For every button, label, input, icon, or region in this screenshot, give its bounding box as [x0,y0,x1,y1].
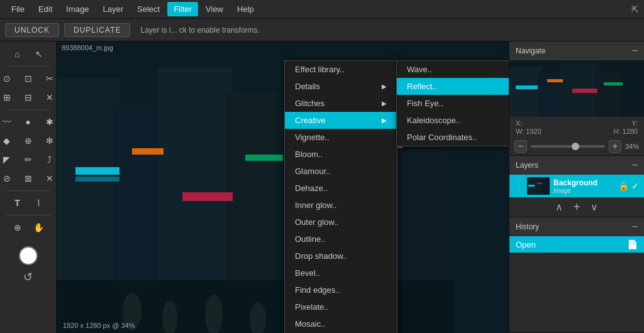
home-tool[interactable]: ⌂ [8,45,28,63]
history-item-label: Open [516,240,536,249]
filter-creative[interactable]: Creative ▶ [285,112,397,129]
filter-vignette[interactable]: Vignette.. [285,129,397,146]
filter-glamour[interactable]: Glamour.. [285,163,397,180]
navigate-thumbnail[interactable] [509,60,644,117]
menu-view[interactable]: View [199,2,230,16]
layer-visibility-icon[interactable]: ✓ [631,181,639,191]
canvas-filename: 89388004_m.jpg [62,44,113,52]
canvas-area[interactable]: 89388004_m.jpg [57,41,509,333]
text-tool[interactable]: T [8,194,28,212]
filter-inner-glow[interactable]: Inner glow.. [285,197,397,214]
menu-select[interactable]: Select [131,2,166,16]
canvas-status: 1920 x 1280 px @ 34% [63,322,135,329]
unlock-button[interactable]: UNLOCK [5,23,59,37]
layers-add-button[interactable]: + [573,200,580,214]
filter-outer-glow[interactable]: Outer glow.. [285,214,397,231]
filter-menu: Effect library.. Details ▶ Glitches ▶ Cr… [284,60,397,333]
pen-tool[interactable]: ✏ [18,151,38,168]
duplicate-button[interactable]: DUPLICATE [64,23,130,37]
filter-effect-library[interactable]: Effect library.. [285,61,397,78]
creative-fish-eye[interactable]: Fish Eye.. [397,95,509,112]
filter-bloom[interactable]: Bloom.. [285,146,397,163]
expand-icon[interactable]: ⇱ [631,4,639,14]
menu-image[interactable]: Image [60,2,95,16]
filter-details[interactable]: Details ▶ [285,78,397,95]
fill-tool[interactable]: ◆ [0,132,17,150]
filter-bevel[interactable]: Bevel.. [285,265,397,281]
zoom-slider-thumb[interactable] [572,143,579,150]
menu-filter[interactable]: Filter [167,2,198,16]
layer-info: Background Image [553,178,614,194]
right-panel: Navigate − [509,41,644,333]
svg-rect-32 [509,60,644,117]
creative-reflect[interactable]: Reflect.. [397,78,509,95]
layer-options-icon[interactable]: ⋮ [514,181,523,191]
toolbar: UNLOCK DUPLICATE Layer is l... ck to ena… [0,19,644,41]
toolbar-info: Layer is l... ck to enable transforms. [140,26,259,35]
layer-action-icons: 🔒 ✓ [618,181,639,191]
filter-pixelate[interactable]: Pixelate.. [285,298,397,315]
tool-divider-1 [6,66,50,67]
foreground-color[interactable] [19,246,38,265]
history-collapse[interactable]: − [632,221,638,232]
pointer-tool[interactable]: ↖ [29,45,49,63]
stamp-tool[interactable]: ● [18,113,38,131]
menubar: File Edit Image Layer Select Filter View… [0,0,644,19]
zoom-minus-button[interactable]: − [514,140,527,153]
layers-section: Layers − ⋮ Backgroun [509,156,644,217]
history-item-open[interactable]: Open 📄 [509,236,644,253]
menu-layer[interactable]: Layer [97,2,130,16]
menu-help[interactable]: Help [231,2,260,16]
history-section: History − Open 📄 [509,217,644,333]
menu-edit[interactable]: Edit [32,2,58,16]
lasso-tool[interactable]: ⊙ [0,70,17,87]
tool-divider-4 [6,215,50,216]
brush-tool[interactable]: 〰 [0,113,17,131]
history-header: History − [509,217,644,236]
zoom-slider[interactable] [531,145,605,148]
zoom-plus-button[interactable]: + [609,140,621,153]
details-arrow: ▶ [382,83,387,90]
move-tool[interactable]: ⊞ [0,89,17,106]
layer-item-background[interactable]: ⋮ Background Image [509,175,644,197]
layers-down-button[interactable]: ∨ [591,201,598,213]
navigate-title: Navigate [516,46,545,55]
layers-up-button[interactable]: ∧ [555,201,563,213]
filter-find-edges[interactable]: Find edges.. [285,281,397,298]
w-label-val: W: 1920 [516,128,541,135]
filter-outline[interactable]: Outline.. [285,231,397,248]
layers-header: Layers − [509,156,644,175]
tool-divider-2 [6,109,50,110]
zoom-tool[interactable]: ⊕ [8,219,28,236]
filter-mosaic[interactable]: Mosaic.. [285,315,397,332]
main-area: ⌂ ↖ ⊙ ⊡ ✂ ⊞ ⊟ ✕ 〰 ● ✱ ◆ ⊕ ✻ ◤ ✏ ⤴ [0,41,644,333]
rect-tool[interactable]: ⊠ [18,170,38,187]
layers-collapse[interactable]: − [632,160,638,171]
smudge-tool[interactable]: ⌇ [29,194,49,212]
h-label-val: H: 1280 [613,128,638,135]
creative-arrow: ▶ [382,117,387,124]
menu-file[interactable]: File [5,2,31,16]
swap-colors-icon[interactable]: ↺ [23,270,33,284]
crop-tool[interactable]: ⊟ [18,89,38,106]
history-item-icon: 📄 [627,239,638,249]
creative-polar-coordinates[interactable]: Polar Coordinates.. [397,129,509,146]
layer-lock-icon[interactable]: 🔒 [618,181,629,191]
healing-tool[interactable]: ◤ [0,151,17,168]
rect-select-tool[interactable]: ⊡ [18,70,38,87]
filter-glitches[interactable]: Glitches ▶ [285,95,397,112]
target-tool[interactable]: ⊕ [18,132,38,150]
svg-rect-39 [527,177,550,195]
hand-tool[interactable]: ✋ [29,219,49,236]
zoom-controls: − + 34% [509,138,644,155]
layers-toolbar: ∧ + ∨ [509,197,644,217]
dodge-tool[interactable]: ⊘ [0,170,17,187]
navigate-collapse[interactable]: − [632,45,638,57]
x-label: X: [516,119,522,127]
creative-wave[interactable]: Wave.. [397,61,509,78]
creative-kaleidoscope[interactable]: Kaleidoscope.. [397,112,509,129]
filter-drop-shadow[interactable]: Drop shadow.. [285,248,397,265]
filter-dehaze[interactable]: Dehaze.. [285,180,397,197]
navigate-section: Navigate − [509,41,644,156]
creative-submenu: Wave.. Reflect.. Fish Eye.. Kaleidoscope… [396,60,509,146]
